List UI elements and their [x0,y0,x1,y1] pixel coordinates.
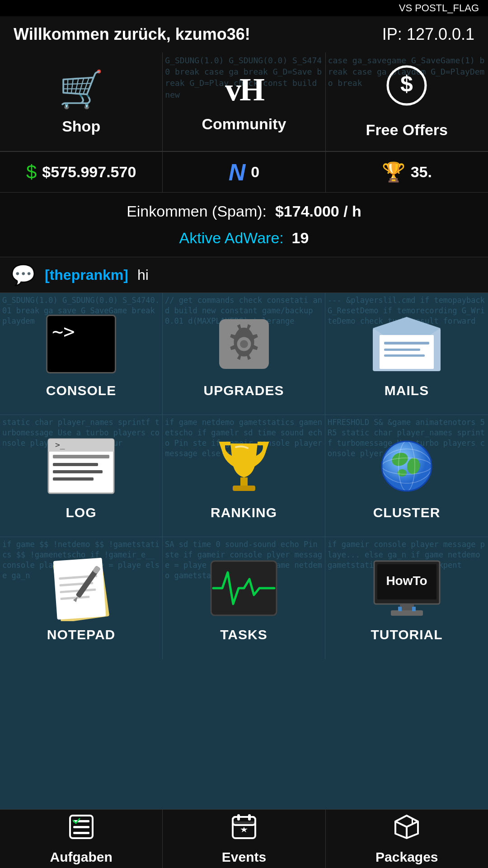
ip-display: IP: 127.0.0.1 [382,25,474,44]
grid-cell-log[interactable]: static char player_names sprintf turbome… [0,415,163,537]
console-icon: ~> [45,312,117,376]
tasks-icon [208,557,280,620]
community-label: Community [202,115,286,133]
aufgaben-icon [68,813,95,846]
events-icon [230,813,258,846]
free-offers-icon: $ [386,65,427,114]
aufgaben-label: Aufgaben [50,849,113,865]
log-icon: >_ [45,434,117,498]
n-icon: N [229,159,246,186]
grid-cell-tutorial[interactable]: if gameir console player message playe..… [325,537,488,659]
stat-rank: 🏆 35. [326,152,488,192]
chat-bar: 💬 [theprankm] hi [0,257,488,293]
console-label: CONSOLE [46,383,116,398]
nav-item-shop[interactable]: 🛒 Shop [0,52,163,151]
money-value: $575.997.570 [42,163,136,181]
svg-text:>_: >_ [55,440,65,449]
chat-icon: 💬 [11,263,36,287]
stats-bar: $ $575.997.570 N 0 🏆 35. [0,152,488,193]
svg-rect-6 [380,335,434,369]
notepad-label: NOTEPAD [47,627,115,642]
bottom-item-packages[interactable]: Packages [326,810,488,868]
nav-item-community[interactable]: G_SDUNG(1.0) G_SDUNG(0.0) S_S4740 break … [163,52,325,151]
n-value: 0 [251,163,259,181]
upgrades-icon [208,312,280,376]
nav-item-free-offers[interactable]: case ga_savegame G_SaveGame(1) break cas… [326,52,488,151]
adware-row: Aktive AdWare: 19 [0,225,488,257]
svg-rect-18 [240,477,248,486]
adware-label: Aktive AdWare: [179,229,284,246]
cluster-icon [371,434,443,498]
welcome-text: Willkommen zurück, kzumo36! [14,25,250,44]
mails-icon [371,312,443,376]
notepad-icon [45,557,117,620]
grid-cell-notepad[interactable]: if game $$ !netdemo $$ !gametstatics $$ … [0,537,163,659]
income-label: Einkommen (Spam): $174.000 / h [127,203,361,220]
svg-rect-14 [53,463,98,466]
svg-rect-7 [384,342,429,344]
header: Willkommen zurück, kzumo36! IP: 127.0.0.… [0,16,488,52]
tasks-label: TASKS [220,627,267,642]
stat-money: $ $575.997.570 [0,152,163,192]
bottom-item-aufgaben[interactable]: Aufgaben [0,810,163,868]
packages-label: Packages [375,849,438,865]
svg-rect-13 [53,455,109,458]
money-icon: $ [26,161,37,183]
svg-rect-52 [237,814,240,821]
grid-cell-ranking[interactable]: if game netdemo gametstatics gamenetscho… [163,415,325,537]
status-right: VS POSTL_FLAG [399,2,479,14]
tutorial-label: TUTORIAL [371,627,442,642]
chat-username: [theprankm] [45,267,128,283]
svg-rect-16 [53,477,94,481]
top-navigation: 🛒 Shop G_SDUNG(1.0) G_SDUNG(0.0) S_S4740… [0,52,488,152]
svg-rect-15 [53,470,103,473]
svg-rect-51 [233,821,255,825]
svg-rect-43 [398,607,402,611]
income-row: Einkommen (Spam): $174.000 / h [0,193,488,225]
svg-rect-19 [233,486,255,491]
svg-text:HowTo: HowTo [386,574,427,588]
shop-label: Shop [62,118,100,135]
grid-cell-cluster[interactable]: HFRESHOLD S& &game animatenotors 5R5 sta… [325,415,488,537]
upgrades-label: UPGRADES [203,383,284,398]
svg-rect-9 [384,354,425,357]
shop-icon: 🛒 [59,68,104,111]
tutorial-icon: HowTo [371,557,443,620]
cluster-label: CLUSTER [373,505,441,520]
grid-cell-tasks[interactable]: SA sd time 0 sound-sound echo Pin ste if… [163,537,325,659]
log-label: LOG [66,505,97,520]
packages-icon [393,813,420,846]
free-offers-label: Free Offers [366,121,448,139]
svg-rect-41 [400,604,414,610]
svg-rect-44 [412,607,416,611]
bottom-navigation: Aufgaben Events Packages [0,809,488,868]
svg-text:$: $ [400,71,413,96]
svg-rect-42 [391,610,423,616]
grid-cell-mails[interactable]: --- &playerslil.cmd if temopayback G_Res… [325,293,488,415]
trophy-icon: 🏆 [382,161,405,183]
grid-cell-console[interactable]: G_SDUNG(1.0) G_SDUNG(0.0) S_S4740.01 bre… [0,293,163,415]
svg-rect-53 [248,814,251,821]
status-bar: VS POSTL_FLAG [0,0,488,16]
svg-rect-8 [384,349,420,351]
svg-point-4 [240,340,248,348]
svg-rect-46 [73,820,89,822]
rank-value: 35. [411,163,432,181]
ranking-icon [208,434,280,498]
mails-label: MAILS [385,383,429,398]
adware-value: 19 [292,229,309,246]
svg-marker-54 [240,827,248,832]
events-label: Events [222,849,266,865]
community-icon: vH [225,71,263,108]
chat-message: hi [137,267,149,283]
ranking-label: RANKING [211,505,277,520]
main-grid: G_SDUNG(1.0) G_SDUNG(0.0) S_S4740.01 bre… [0,293,488,659]
svg-rect-48 [73,832,89,834]
bottom-item-events[interactable]: Events [163,810,325,868]
grid-cell-upgrades[interactable]: // get commands check consetati and buil… [163,293,325,415]
svg-rect-47 [73,826,89,828]
stat-n: N 0 [163,152,325,192]
